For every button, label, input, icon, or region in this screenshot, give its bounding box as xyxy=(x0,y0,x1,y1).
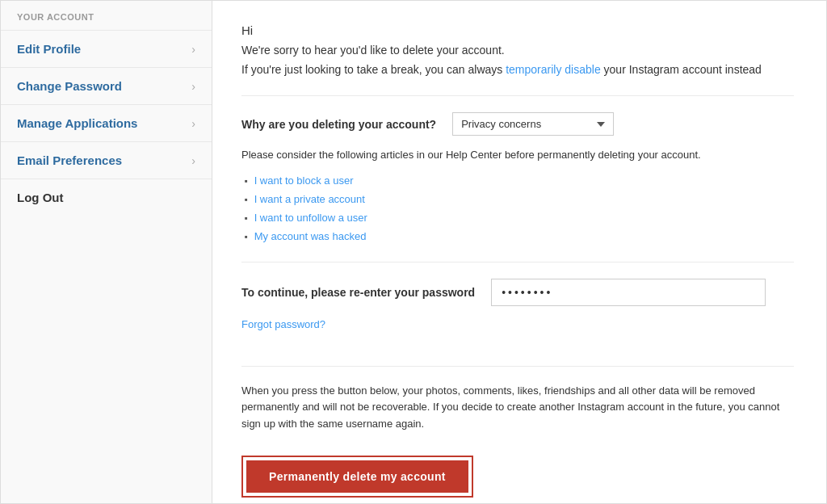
divider-3 xyxy=(241,366,794,367)
sidebar: YOUR ACCOUNT Edit Profile › Change Passw… xyxy=(1,1,212,503)
chevron-right-icon: › xyxy=(191,154,195,167)
help-link-block-user[interactable]: I want to block a user xyxy=(254,174,354,187)
app-container: YOUR ACCOUNT Edit Profile › Change Passw… xyxy=(0,0,827,504)
list-item: I want to block a user xyxy=(245,174,794,187)
sidebar-item-change-password[interactable]: Change Password › xyxy=(1,67,212,104)
chevron-right-icon: › xyxy=(191,80,195,93)
divider xyxy=(241,95,794,96)
sorry-text: We're sorry to hear you'd like to delete… xyxy=(241,44,794,57)
why-label: Why are you deleting your account? xyxy=(241,118,436,131)
sidebar-item-label-edit-profile: Edit Profile xyxy=(17,42,81,56)
disable-text: If you're just looking to take a break, … xyxy=(241,63,794,76)
list-item: I want to unfollow a user xyxy=(245,212,794,224)
greeting-text: Hi xyxy=(241,23,794,37)
list-item: I want a private account xyxy=(245,193,794,205)
delete-button-wrapper: Permanently delete my account xyxy=(241,456,473,498)
sidebar-item-email-preferences[interactable]: Email Preferences › xyxy=(1,141,212,178)
password-label: To continue, please re-enter your passwo… xyxy=(241,286,475,299)
help-link-unfollow-user[interactable]: I want to unfollow a user xyxy=(254,212,367,224)
temporarily-disable-link[interactable]: temporarily disable xyxy=(506,63,601,76)
help-link-hacked[interactable]: My account was hacked xyxy=(254,230,367,242)
sidebar-item-manage-applications[interactable]: Manage Applications › xyxy=(1,104,212,141)
sidebar-item-label-manage-applications: Manage Applications xyxy=(17,116,137,130)
divider-2 xyxy=(241,262,794,262)
password-row: To continue, please re-enter your passwo… xyxy=(241,279,794,306)
help-links-list: I want to block a user I want a private … xyxy=(241,174,794,242)
chevron-right-icon: › xyxy=(191,43,195,56)
chevron-right-icon: › xyxy=(191,117,195,130)
disable-text-before: If you're just looking to take a break, … xyxy=(241,63,506,76)
reason-select[interactable]: Privacy concernsI want a breakToo busy/t… xyxy=(452,112,614,136)
list-item: My account was hacked xyxy=(245,230,794,242)
forgot-password-link[interactable]: Forgot password? xyxy=(241,318,325,330)
sidebar-item-label-email-preferences: Email Preferences xyxy=(17,153,122,167)
why-row: Why are you deleting your account? Priva… xyxy=(241,112,794,136)
disable-text-after: your Instagram account instead xyxy=(601,63,762,76)
sidebar-section-header: YOUR ACCOUNT xyxy=(1,1,212,30)
help-link-private-account[interactable]: I want a private account xyxy=(254,193,365,205)
password-input[interactable] xyxy=(491,279,766,306)
sidebar-item-edit-profile[interactable]: Edit Profile › xyxy=(1,30,212,67)
sidebar-item-label-change-password: Change Password xyxy=(17,79,122,93)
main-content: Hi We're sorry to hear you'd like to del… xyxy=(212,1,826,503)
sidebar-item-log-out[interactable]: Log Out xyxy=(1,178,212,216)
sidebar-item-label-log-out: Log Out xyxy=(17,191,63,204)
permanently-delete-button[interactable]: Permanently delete my account xyxy=(246,460,468,493)
warning-text: When you press the button below, your ph… xyxy=(241,383,791,433)
help-text: Please consider the following articles i… xyxy=(241,147,794,163)
